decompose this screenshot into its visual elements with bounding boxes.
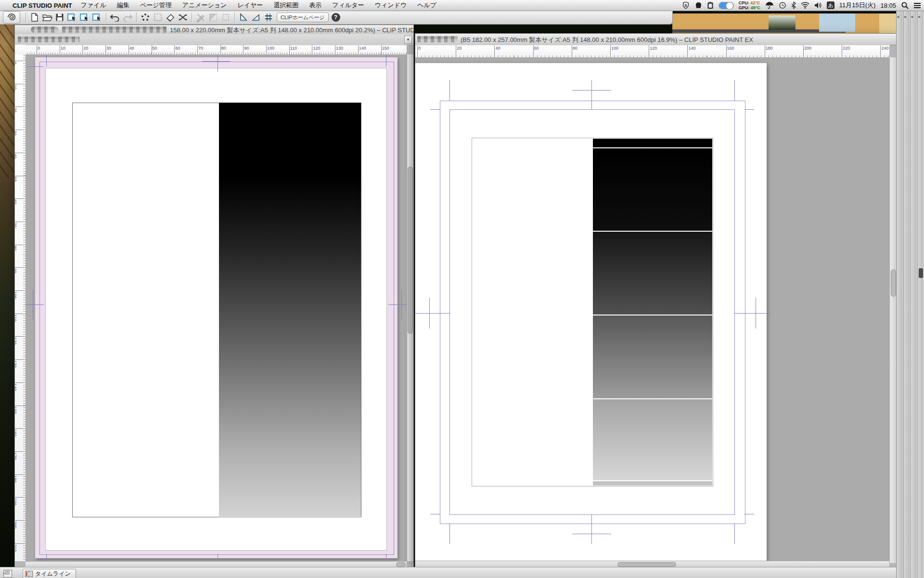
collapsed-palette[interactable]: «	[903, 11, 911, 578]
menu-filter[interactable]: フィルター	[332, 1, 364, 10]
notification-center-icon[interactable]	[913, 1, 921, 10]
gradient-segment	[593, 315, 712, 398]
crop-mark	[572, 90, 611, 91]
ruler-major-tick	[533, 45, 534, 58]
fill-tool-icon[interactable]	[165, 12, 176, 23]
window2-horizontal-ruler[interactable]: 020406080100120140160180200220240	[415, 45, 889, 58]
menu-file[interactable]: ファイル	[81, 1, 106, 10]
timeline-tab-label: タイムライン	[35, 570, 71, 578]
evernote-icon[interactable]	[694, 1, 702, 10]
ruler-label: 160	[727, 46, 734, 51]
japanese-input-icon[interactable]: あ	[827, 1, 834, 9]
window2-horizontal-scroll-thumb[interactable]	[617, 562, 676, 567]
menu-view[interactable]: 表示	[309, 1, 321, 10]
window1-vertical-ruler[interactable]: 0102030405060708090100110120130140150160…	[15, 54, 26, 561]
ruler-major-tick	[880, 45, 881, 58]
window2-canvas[interactable]	[415, 57, 889, 563]
ruler-label: 90	[244, 46, 249, 51]
ruler-major-tick	[15, 520, 26, 521]
crop-mark	[33, 289, 33, 320]
crop-mark	[591, 80, 592, 109]
menu-toggle-switch[interactable]	[719, 2, 734, 9]
expand-chevron-icon[interactable]: «	[911, 14, 913, 19]
ruler-major-tick	[15, 290, 26, 291]
panel-list-icon[interactable]	[3, 570, 12, 578]
window2-vertical-scrollbar[interactable]	[889, 57, 897, 563]
ruler-label: 30	[15, 131, 17, 135]
ruler-major-tick	[15, 84, 26, 84]
timeline-tab[interactable]: タイムライン	[23, 569, 76, 578]
menu-window[interactable]: ウィンドウ	[375, 1, 407, 10]
umbrella-icon[interactable]	[765, 1, 774, 10]
wifi-icon[interactable]	[801, 1, 809, 10]
collapsed-palette[interactable]: «	[917, 11, 924, 578]
angle-snap-icon[interactable]	[250, 12, 262, 23]
select-page-icon-1[interactable]	[66, 12, 78, 23]
menu-date[interactable]: 11月15日(火)	[839, 1, 876, 10]
volume-icon[interactable]	[814, 1, 822, 10]
ruler-label: 170	[15, 452, 17, 460]
undo-icon[interactable]	[109, 12, 121, 23]
window2-title-bar[interactable]: (B5 182.00 x 257.00mm 製本サイズ:A5 判 148.00 …	[415, 34, 897, 45]
ruler-major-tick	[243, 45, 244, 55]
window1-canvas[interactable]	[26, 54, 407, 561]
app-menu-title[interactable]: CLIP STUDIO PAINT	[13, 2, 72, 9]
clip-homepage-button[interactable]: CLIPホームページ	[277, 13, 329, 22]
window1-vertical-scrollbar[interactable]	[407, 54, 413, 561]
window1-vertical-scroll-thumb[interactable]	[408, 167, 413, 334]
cpu-gpu-temps: CPU: 42°C GPU: 49°C	[739, 0, 760, 10]
save-icon[interactable]	[54, 12, 65, 23]
open-file-icon[interactable]	[41, 12, 53, 23]
menu-time[interactable]: 18:05	[880, 2, 896, 9]
select-page-icon-2[interactable]	[79, 12, 90, 23]
mesh-transform-icon[interactable]	[177, 12, 189, 23]
window2-vertical-scroll-thumb[interactable]	[891, 269, 896, 297]
new-file-icon[interactable]	[29, 12, 40, 23]
scatter-select-icon[interactable]	[140, 12, 151, 23]
gradient-disabled-icon[interactable]	[207, 12, 219, 23]
ruler-snap-icon[interactable]	[238, 12, 249, 23]
window1-traffic-lights-blurred[interactable]	[31, 26, 58, 33]
selection-border-icon[interactable]	[152, 12, 164, 23]
menu-page-manage[interactable]: ページ管理	[140, 1, 172, 10]
menu-edit[interactable]: 編集	[117, 1, 129, 10]
menu-selection[interactable]: 選択範囲	[273, 1, 298, 10]
time-machine-icon[interactable]	[779, 1, 786, 10]
window1-tab-list-dropdown[interactable]: ▼	[404, 36, 412, 44]
crop-mark	[218, 54, 218, 72]
ruler-major-tick	[494, 45, 495, 58]
clipboard-icon[interactable]	[707, 1, 714, 10]
help-button[interactable]: ?	[332, 13, 340, 22]
window2-horizontal-scrollbar[interactable]	[415, 561, 889, 567]
window1-title-bar[interactable]: 158.00 x 220.00mm 製本サイズ:A5 判 148.00 x 21…	[15, 25, 413, 35]
window1-horizontal-ruler[interactable]: 0102030405060708090100110120130140150	[26, 45, 407, 55]
grid-snap-icon[interactable]	[263, 12, 274, 23]
spotlight-search-icon[interactable]	[901, 1, 909, 10]
ruler-label: 60	[534, 46, 539, 51]
frame-disabled-icon[interactable]	[220, 12, 231, 23]
window1-canvas-tab-blurred[interactable]	[18, 37, 79, 42]
select-page-icon-3[interactable]	[91, 12, 103, 23]
document-window-2: (B5 182.00 x 257.00mm 製本サイズ:A5 判 148.00 …	[415, 33, 897, 568]
clip-studio-spiral-button[interactable]	[3, 11, 20, 24]
pencil-disabled-icon[interactable]	[195, 12, 206, 23]
menu-layer[interactable]: レイヤー	[237, 1, 263, 10]
shield-icon[interactable]: S	[682, 1, 690, 10]
ruler-label: 10	[15, 85, 17, 90]
redo-icon[interactable]	[122, 12, 133, 23]
toolbar-separator	[234, 13, 235, 22]
ruler-label: 80	[573, 46, 578, 51]
menu-help[interactable]: ヘルプ	[417, 1, 436, 10]
ruler-label: 190	[15, 498, 17, 505]
gradient-segment	[593, 481, 712, 486]
expand-chevron-icon[interactable]: «	[918, 14, 921, 19]
collapsed-palette[interactable]: «	[896, 11, 903, 578]
bluetooth-icon[interactable]	[791, 1, 796, 10]
expand-chevron-icon[interactable]: «	[904, 14, 907, 19]
expand-chevron-icon[interactable]: «	[897, 14, 899, 19]
collapsed-palette[interactable]: «	[910, 11, 917, 578]
palette-grip[interactable]	[919, 268, 923, 278]
window1-horizontal-scroll-thumb[interactable]	[396, 562, 406, 567]
menu-animation[interactable]: アニメーション	[182, 1, 227, 10]
ruler-label: 80	[221, 46, 226, 51]
